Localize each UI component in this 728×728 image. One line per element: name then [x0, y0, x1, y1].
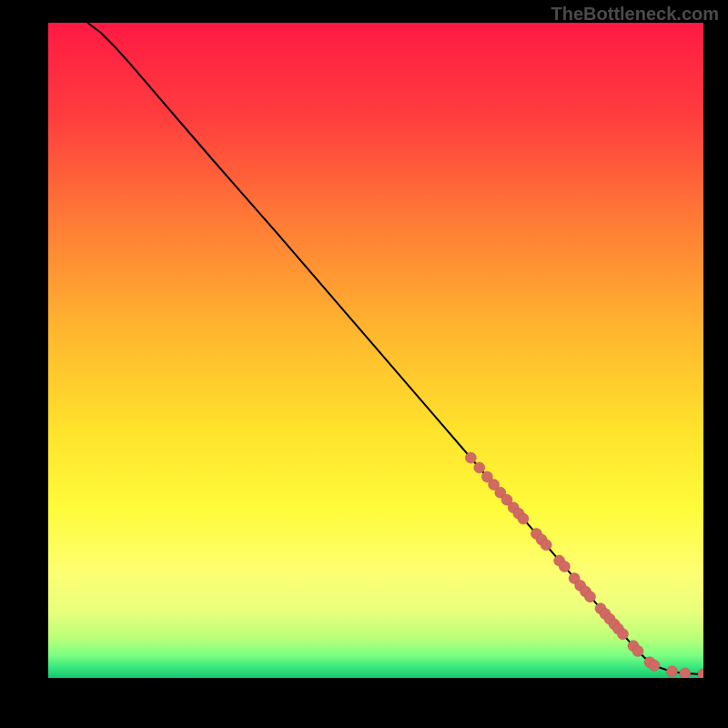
frame-mask-left	[0, 0, 48, 728]
data-marker	[680, 668, 691, 678]
frame-mask-bottom	[0, 678, 728, 728]
data-marker	[518, 513, 529, 524]
chart-background	[48, 23, 703, 678]
data-marker	[617, 629, 628, 640]
chart-plot-area	[48, 23, 703, 678]
data-marker	[584, 592, 595, 602]
data-marker	[559, 561, 570, 572]
data-marker	[541, 540, 551, 551]
frame-mask-right	[703, 0, 728, 728]
data-marker	[632, 645, 643, 656]
data-marker	[649, 660, 660, 671]
chart-svg	[48, 23, 703, 678]
data-marker	[465, 452, 476, 463]
watermark-text: TheBottleneck.com	[551, 4, 719, 25]
data-marker	[666, 666, 677, 677]
data-marker	[474, 462, 485, 473]
